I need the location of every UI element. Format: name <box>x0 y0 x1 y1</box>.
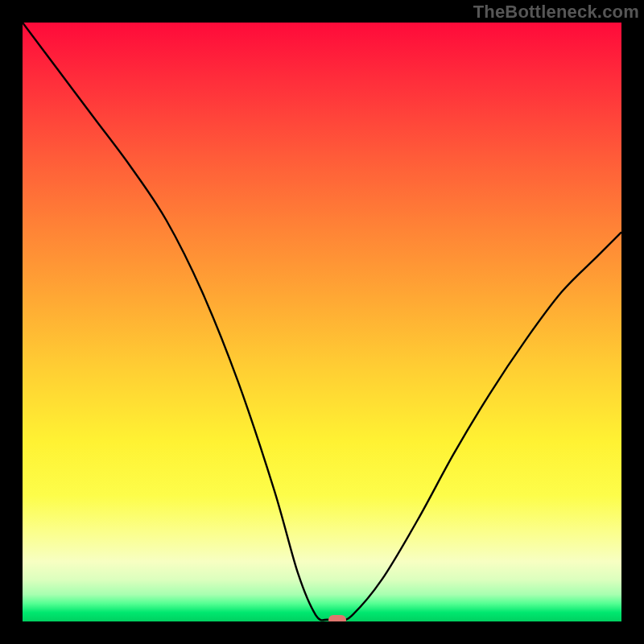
watermark-text: TheBottleneck.com <box>473 2 639 23</box>
curve-path <box>23 23 621 620</box>
plot-area <box>23 23 621 621</box>
chart-frame: TheBottleneck.com <box>0 0 644 644</box>
optimum-marker <box>328 615 346 621</box>
bottleneck-curve <box>23 23 621 621</box>
